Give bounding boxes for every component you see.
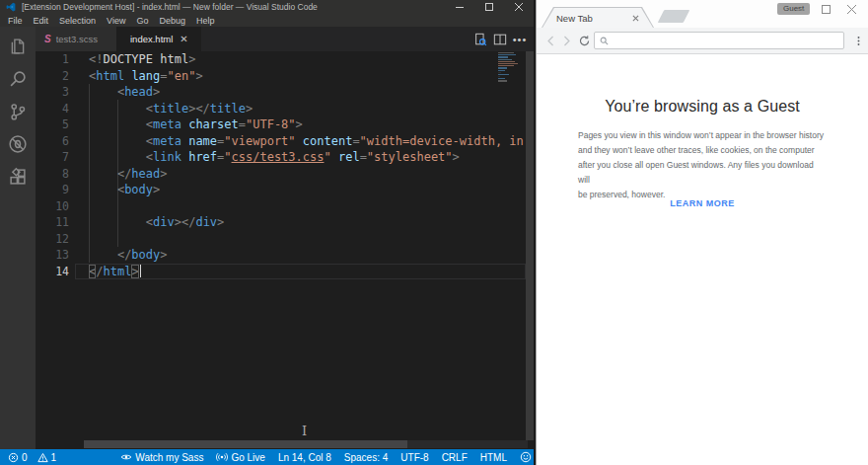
code-line-5[interactable]: 5 <meta charset="UTF-8"> <box>36 116 526 133</box>
code-line-12[interactable]: 12 <box>36 231 526 248</box>
tab-test3-scss[interactable]: S test3.scss <box>36 27 116 51</box>
status-language-mode[interactable]: HTML <box>480 451 507 463</box>
menubar: FileEditSelectionViewGoDebugHelp <box>0 14 534 27</box>
menu-edit[interactable]: Edit <box>34 16 49 26</box>
menu-debug[interactable]: Debug <box>159 16 185 26</box>
tab-title: New Tab <box>556 13 632 24</box>
line-number: 6 <box>36 133 75 150</box>
vscode-window: [Extension Development Host] - index.htm… <box>0 0 534 465</box>
guest-description: Pages you view in this window won’t appe… <box>537 128 868 202</box>
tab-close-icon[interactable] <box>632 15 639 22</box>
text-caret <box>140 265 142 277</box>
status-feedback[interactable] <box>520 451 532 463</box>
split-editor-icon[interactable] <box>490 33 510 46</box>
code-line-2[interactable]: 2<html lang="en"> <box>36 68 526 85</box>
guest-description-line: after you close all open Guest windows. … <box>578 158 827 188</box>
code-line-9[interactable]: 9 <body> <box>36 182 526 198</box>
minimap[interactable] <box>498 52 522 83</box>
status-left: 01 <box>8 452 108 463</box>
search-icon <box>600 37 609 45</box>
line-number: 10 <box>36 198 75 215</box>
browser-menu-icon[interactable] <box>850 33 866 48</box>
reload-button[interactable] <box>576 33 592 48</box>
new-tab-button[interactable] <box>658 10 690 23</box>
back-button[interactable] <box>542 33 558 48</box>
chrome-toolbar <box>537 28 868 54</box>
guest-description-line: Pages you view in this window won’t appe… <box>578 128 827 143</box>
code-line-11[interactable]: 11 <div></div> <box>36 214 526 231</box>
line-number: 7 <box>36 149 75 166</box>
tab-close-icon[interactable]: ✕ <box>180 34 187 44</box>
line-number: 14 <box>36 264 75 280</box>
vscode-minimize-button[interactable] <box>445 0 474 14</box>
status-right: Watch my SassGo LiveLn 14, Col 8Spaces: … <box>108 451 532 463</box>
chrome-minimize-button[interactable] <box>787 2 813 17</box>
code-area[interactable]: 1<!DOCTYPE html>2<html lang="en">3 <head… <box>36 51 526 279</box>
smiley-icon <box>520 451 532 463</box>
code-line-3[interactable]: 3 <head> <box>36 84 526 101</box>
forward-button[interactable] <box>558 33 574 48</box>
status-errors-count[interactable]: 0 <box>8 452 28 463</box>
line-number: 1 <box>36 51 75 68</box>
editor-horizontal-scrollbar[interactable] <box>84 440 528 448</box>
code-line-7[interactable]: 7 <link href="css/test3.css" rel="styles… <box>36 149 526 166</box>
guest-description-line: and they won’t leave other traces, like … <box>578 143 827 158</box>
menu-view[interactable]: View <box>107 16 125 26</box>
scrollbar-thumb[interactable] <box>84 440 407 448</box>
line-number: 12 <box>36 231 75 248</box>
status-warnings-count[interactable]: 1 <box>37 452 57 463</box>
learn-more-link[interactable]: LEARN MORE <box>537 198 868 208</box>
editor-vertical-scrollbar[interactable] <box>526 51 534 440</box>
status-go-live[interactable]: Go Live <box>216 451 264 463</box>
broadcast-icon <box>216 451 228 463</box>
code-line-6[interactable]: 6 <meta name="viewport" content="width=d… <box>36 133 526 150</box>
page-title: You’re browsing as a Guest <box>537 98 868 116</box>
status-cursor-position[interactable]: Ln 14, Col 8 <box>278 451 331 463</box>
editor-tab-bar: S test3.scss index.html ✕ ••• <box>36 27 534 51</box>
source-control-icon[interactable] <box>6 100 30 123</box>
new-tab-guest-page: You’re browsing as a Guest Pages you vie… <box>537 55 868 465</box>
line-number: 8 <box>36 166 75 183</box>
files-icon[interactable] <box>6 35 30 58</box>
warning-icon <box>37 452 48 463</box>
sass-icon: S <box>44 34 51 44</box>
status-bar: 01 Watch my SassGo LiveLn 14, Col 8Space… <box>0 449 534 465</box>
code-line-13[interactable]: 13 </body> <box>36 247 526 264</box>
line-number: 13 <box>36 247 75 264</box>
menu-selection[interactable]: Selection <box>59 16 96 26</box>
eye-icon <box>120 451 132 463</box>
menu-go[interactable]: Go <box>136 16 148 26</box>
tab-label: index.html <box>130 34 173 44</box>
extensions-icon[interactable] <box>6 165 30 189</box>
vscode-close-button[interactable] <box>504 0 534 14</box>
menu-help[interactable]: Help <box>196 16 215 26</box>
open-preview-icon[interactable] <box>470 33 490 46</box>
address-bar[interactable] <box>594 32 844 49</box>
code-line-4[interactable]: 4 <title></title> <box>36 101 526 117</box>
status-watch-my-sass[interactable]: Watch my Sass <box>120 451 203 463</box>
menu-file[interactable]: File <box>8 16 23 26</box>
more-actions-icon[interactable]: ••• <box>510 34 530 45</box>
activity-bar <box>0 27 36 449</box>
line-number: 3 <box>36 84 75 101</box>
vscode-titlebar: [Extension Development Host] - index.htm… <box>0 0 534 14</box>
code-editor[interactable]: 1<!DOCTYPE html>2<html lang="en">3 <head… <box>36 51 534 449</box>
tab-index-html[interactable]: index.html ✕ <box>116 27 201 51</box>
code-line-8[interactable]: 8 </head> <box>36 166 526 183</box>
browser-tab-new-tab[interactable]: New Tab <box>542 8 653 28</box>
chrome-maximize-button[interactable] <box>813 2 838 17</box>
code-line-10[interactable]: 10 <box>36 198 526 215</box>
chrome-close-button[interactable] <box>838 2 864 17</box>
search-icon[interactable] <box>6 67 30 91</box>
status-indentation[interactable]: Spaces: 4 <box>344 451 388 463</box>
status-encoding[interactable]: UTF-8 <box>400 451 428 463</box>
chrome-titlebar: Guest New Tab <box>537 0 868 28</box>
code-line-1[interactable]: 1<!DOCTYPE html> <box>36 51 526 68</box>
debug-icon[interactable] <box>6 132 30 156</box>
line-number: 4 <box>36 101 75 117</box>
window-title: [Extension Development Host] - index.htm… <box>22 2 318 12</box>
address-input[interactable] <box>613 34 843 47</box>
vscode-maximize-button[interactable] <box>474 0 504 14</box>
code-line-14[interactable]: 14</html> <box>36 264 526 280</box>
status-eol[interactable]: CRLF <box>442 451 468 463</box>
